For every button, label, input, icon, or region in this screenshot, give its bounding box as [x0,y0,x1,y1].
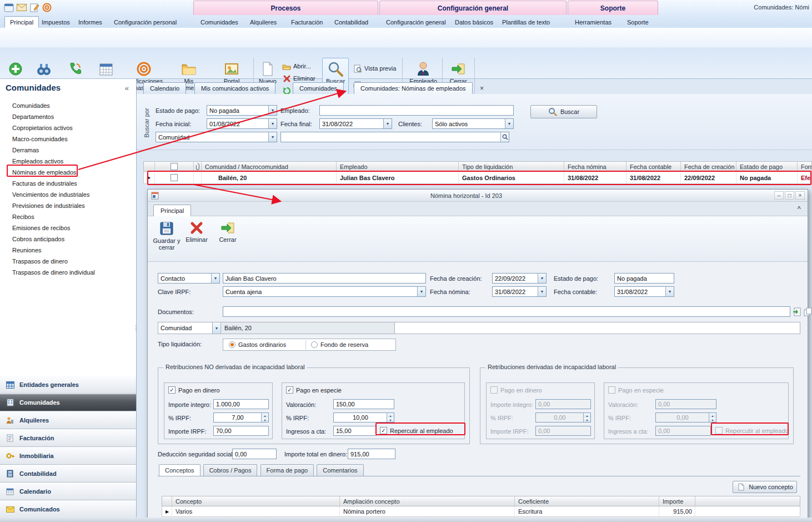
nav-alquileres[interactable]: Alquileres [0,411,136,429]
nav-facturacion[interactable]: Facturación [0,429,136,447]
tab-informes[interactable]: Informes [73,16,107,28]
doc-tab-calendario[interactable]: Calendario [143,82,186,94]
header-estado-pago[interactable]: Estado de pago [736,162,798,171]
header-forma[interactable]: Forma [798,162,811,171]
tab-datos-basicos[interactable]: Datos básicos [450,16,498,28]
buscar-button[interactable]: Buscar [530,105,597,118]
dropdown-arrow-icon[interactable]: ▾ [211,274,219,283]
dropdown-arrow-icon[interactable]: ▾ [538,287,546,296]
tab-conceptos[interactable]: Conceptos [159,464,201,476]
irpf-pct-field[interactable]: 7,00 ▴▾ [213,412,269,422]
header-importe[interactable]: Importe [659,496,695,506]
bottom-scrollbar[interactable] [0,518,812,522]
sidebar-item-emisiones-recibos[interactable]: Emisiones de recibos [0,222,136,233]
clave-irpf-select[interactable]: Cuenta ajena ▾ [223,286,426,297]
app-icon[interactable] [3,2,14,13]
sidebar-item-empleados-activos[interactable]: Empleados activos [0,156,136,167]
doc-tab-close-icon[interactable]: × [480,84,484,92]
dialog-tab-principal[interactable]: Principal [153,205,191,216]
nuevo-concepto-button[interactable]: Nuevo concepto [733,481,797,493]
eliminar-button-dialog[interactable]: Eliminar [183,218,210,260]
close-icon[interactable]: × [795,191,805,200]
importe-total-field[interactable]: 915,00 [348,449,395,459]
search-magnifier-icon[interactable] [500,132,509,142]
valoracion-field[interactable]: 150,00 [333,399,394,409]
spin-up-icon[interactable]: ▴ [262,413,268,417]
row-checkbox[interactable] [171,174,178,181]
dropdown-arrow-icon[interactable]: ▾ [665,287,674,296]
conceptos-row[interactable]: ▶ Varios Nómina portero Escritura 915,00 [162,506,800,517]
comunidad-combo[interactable]: Comunidad ▾ [156,132,277,142]
dropdown-arrow-icon[interactable]: ▾ [383,119,392,128]
tab-forma-de-pago[interactable]: Forma de pago [260,464,314,476]
tab-alquileres[interactable]: Alquileres [245,16,282,28]
radio-fondo-reserva[interactable]: Fondo de reserva [311,341,368,348]
tab-configuracion-personal[interactable]: Configuración personal [109,16,182,28]
header-checkbox[interactable] [171,163,178,170]
guardar-y-cerrar-button[interactable]: Guardar y cerrar [152,218,181,260]
results-row[interactable]: ▶ Bailén, 20 Julian Bas Clavero Gastos O… [143,172,812,184]
spinner[interactable]: ▴▾ [261,413,268,422]
clientes-select[interactable]: Sólo activos ▾ [432,118,514,129]
sidebar-item-comunidades[interactable]: Comunidades [0,100,136,111]
broadcast-icon[interactable] [42,2,52,13]
tab-herramientas[interactable]: Herramientas [570,16,616,28]
header-concepto[interactable]: Concepto [172,496,340,506]
nav-calendario[interactable]: Calendario [0,483,136,500]
fecha-contable-select[interactable]: 31/08/2022 ▾ [614,286,674,297]
nav-comunicados[interactable]: Comunicados [0,500,136,518]
vista-previa-button[interactable]: Vista previa [353,63,396,73]
abrir-button[interactable]: Abrir... [282,61,311,71]
tab-configuracion-general[interactable]: Configuración general [381,16,451,28]
nav-contabilidad[interactable]: Contabilidad [0,465,136,483]
sidebar-item-nominas-de-empleados[interactable]: Nóminas de empleados [0,167,136,178]
sidebar-item-vencimientos-industriales[interactable]: Vencimientos de industriales [0,189,136,200]
dropdown-arrow-icon[interactable]: ▾ [212,322,220,334]
importe-integro-field[interactable]: 1.000,00 [213,399,269,409]
sidebar-item-previsiones-industriales[interactable]: Previsiones de industriales [0,200,136,211]
dialog-title-bar[interactable]: Nómina horizontal - Id 203 – □ × [148,190,808,202]
add-document-icon[interactable] [792,307,801,316]
importe-irpf-field[interactable]: 70,00 [213,426,269,436]
repercutir-al-empleado-checkbox[interactable]: ✓ Repercutir al empleado [380,427,453,434]
cerrar-button-dialog[interactable]: Cerrar [214,218,241,260]
sidebar-item-derramas[interactable]: Derramas [0,145,136,156]
tab-impuestos[interactable]: Impuestos [37,16,75,28]
tab-cobros-pagos[interactable]: Cobros / Pagos [203,464,258,476]
radio-gastos-ordinarios[interactable]: Gastos ordinarios [229,341,286,348]
tab-comentarios[interactable]: Comentarios [317,464,363,476]
doc-tab-nominas-empleados[interactable]: Comunidades: Nóminas de empleados [354,82,473,94]
fecha-inicial-select[interactable]: 01/08/2022 ▾ [207,118,277,129]
tab-comunidades[interactable]: Comunidades [196,16,243,28]
contacto-value-field[interactable]: Julian Bas Clavero [223,273,426,284]
estado-pago-dialog-field[interactable]: No pagada [614,273,674,284]
fecha-nomina-select[interactable]: 31/08/2022 ▾ [492,286,547,297]
sidebar-item-macro-comunidades[interactable]: Macro-comunidades [0,133,136,145]
copy-document-icon[interactable] [803,307,812,316]
edit-icon[interactable] [29,2,39,13]
sidebar-collapse-icon[interactable]: « [125,84,129,92]
sidebar-item-cobros-anticipados[interactable]: Cobros anticipados [0,233,136,245]
collapse-ribbon-icon[interactable]: ^ [798,205,801,212]
spin-up-icon[interactable]: ▴ [387,413,394,417]
sidebar-item-facturas-industriales[interactable]: Facturas de industriales [0,178,136,189]
tab-soporte[interactable]: Soporte [622,16,654,28]
fecha-creacion-select[interactable]: 22/09/2022 ▾ [492,273,547,284]
maximize-icon[interactable]: □ [785,191,794,200]
dropdown-arrow-icon[interactable]: ▾ [268,119,277,128]
doc-tab-mis-comunicados[interactable]: Mis comunicados activos [194,82,275,94]
empleado-input[interactable] [319,105,514,116]
fecha-final-select[interactable]: 31/08/2022 ▾ [319,118,392,129]
tab-principal[interactable]: Principal [4,16,39,28]
documentos-field[interactable] [223,306,790,317]
estado-de-pago-select[interactable]: No pagada ▾ [207,105,277,116]
deduccion-ss-field[interactable]: 0,00 [232,449,277,459]
header-fecha-nomina[interactable]: Fecha nómina [564,162,626,171]
sidebar-item-traspasos-dinero[interactable]: Traspasos de dinero [0,256,136,267]
doc-tab-comunidades[interactable]: Comunidades [293,82,344,94]
header-fecha-contable[interactable]: Fecha contable [626,162,681,171]
tab-facturacion[interactable]: Facturación [286,16,328,28]
splitter-handle[interactable]: ⋮ [133,325,139,332]
dropdown-arrow-icon[interactable]: ▾ [505,119,513,128]
dropdown-arrow-icon[interactable]: ▾ [417,287,425,296]
